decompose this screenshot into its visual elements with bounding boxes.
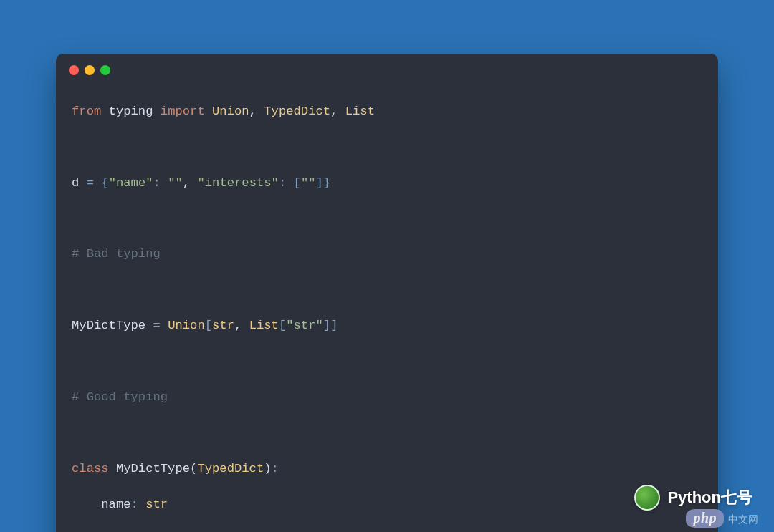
code-line-blank: [72, 211, 702, 228]
code-line-blank: [72, 139, 702, 157]
wechat-name: Python七号: [667, 487, 752, 508]
code-line-11: class MyDictType(TypedDict):: [72, 460, 702, 478]
wechat-watermark: Python七号: [634, 485, 752, 511]
type-alias-name: MyDictType: [72, 319, 145, 332]
comment-good-typing: # Good typing: [72, 390, 168, 404]
import-typeddict: TypedDict: [264, 105, 330, 118]
code-line-1: from typing import Union, TypedDict, Lis…: [72, 103, 702, 121]
field-name-type: str: [145, 498, 168, 511]
str-literal-str: "str": [286, 319, 323, 332]
code-line-blank: [72, 353, 702, 371]
class-name: MyDictType: [116, 462, 190, 475]
code-line-9: # Good typing: [72, 389, 702, 407]
dict-list-item: "": [301, 176, 316, 190]
code-window: from typing import Union, TypedDict, Lis…: [56, 54, 718, 532]
var-d: d: [72, 176, 79, 190]
page-root: from typing import Union, TypedDict, Lis…: [0, 0, 774, 532]
import-list: List: [345, 105, 375, 118]
code-line-5: # Bad typing: [72, 246, 702, 263]
code-line-blank: [72, 425, 702, 442]
window-minimize-icon[interactable]: [85, 65, 95, 75]
union-call: Union: [168, 319, 205, 332]
code-line-12: name: str: [72, 496, 702, 514]
type-str: str: [212, 319, 234, 332]
wechat-avatar-icon: [634, 485, 660, 511]
import-union: Union: [212, 105, 249, 118]
php-logo-icon: php: [686, 509, 724, 528]
module-name: typing: [109, 105, 153, 118]
code-line-3: d = {"name": "", "interests": [""]}: [72, 175, 702, 193]
keyword-import: import: [161, 105, 205, 118]
field-name: name: [101, 498, 130, 511]
window-close-icon[interactable]: [69, 65, 79, 75]
window-zoom-icon[interactable]: [100, 65, 110, 75]
comment-bad-typing: # Bad typing: [72, 247, 161, 261]
code-line-7: MyDictType = Union[str, List["str"]]: [72, 317, 702, 335]
window-titlebar: [56, 65, 718, 85]
dict-val-name: "": [168, 176, 183, 190]
site-watermark: php 中文网: [686, 509, 758, 528]
base-class: TypedDict: [197, 462, 264, 475]
keyword-class: class: [72, 462, 109, 475]
site-name-cn: 中文网: [728, 513, 758, 526]
dict-key-interests: "interests": [197, 176, 278, 190]
code-block: from typing import Union, TypedDict, Lis…: [56, 85, 718, 532]
dict-key-name: "name": [109, 176, 153, 190]
code-line-blank: [72, 281, 702, 299]
keyword-from: from: [72, 105, 101, 118]
list-call: List: [249, 319, 279, 332]
